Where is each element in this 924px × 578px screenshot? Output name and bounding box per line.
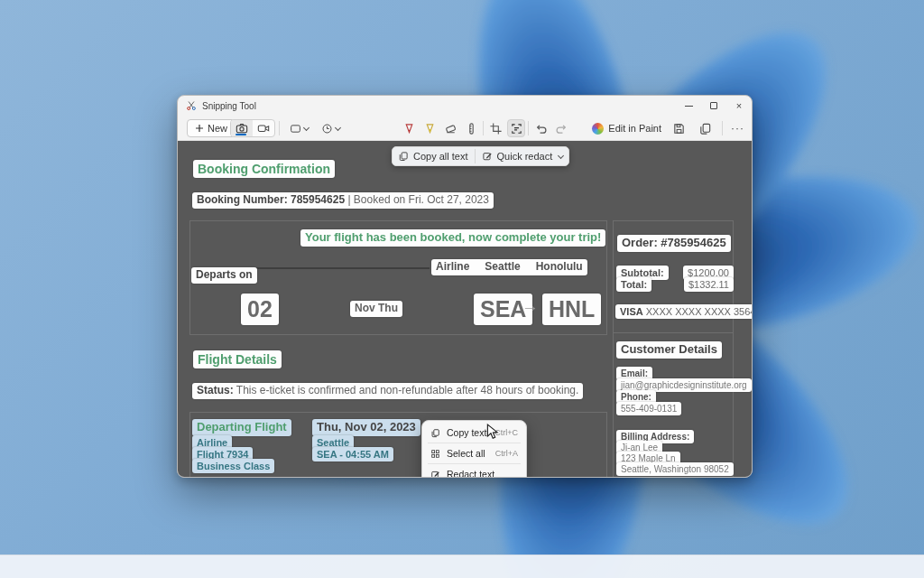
copy-icon xyxy=(398,151,409,162)
toolbar-separator xyxy=(722,121,723,135)
titlebar[interactable]: Snipping Tool × xyxy=(178,96,752,116)
annotation-tools xyxy=(400,119,570,137)
toolbar-separator xyxy=(528,121,529,135)
chevron-down-icon[interactable] xyxy=(558,152,564,158)
toolbar-separator xyxy=(475,149,476,163)
menu-separator xyxy=(428,463,521,464)
plus-icon xyxy=(195,124,204,133)
eraser-icon xyxy=(444,122,457,135)
ocr-route-header[interactable]: AirlineSeattleHonolulu xyxy=(431,259,587,275)
snip-canvas: Booking Confirmation Booking Number: 785… xyxy=(178,141,753,478)
text-actions-icon xyxy=(510,122,523,135)
menu-item-select-all[interactable]: Select all Ctrl+A xyxy=(422,444,526,462)
ocr-departing-time[interactable]: SEA - 04:55 AM xyxy=(312,447,393,461)
ocr-order-title[interactable]: Order: #785954625 xyxy=(617,235,731,252)
window-title: Snipping Tool xyxy=(202,101,256,111)
ocr-page-title[interactable]: Booking Confirmation xyxy=(193,160,335,178)
redo-icon xyxy=(555,122,568,135)
ocr-section-title[interactable]: Flight Details xyxy=(193,350,282,368)
ocr-day-label[interactable]: Nov Thu xyxy=(350,301,402,317)
ocr-departing-date[interactable]: Thu, Nov 02, 2023 xyxy=(312,419,420,436)
copy-all-text-button[interactable]: Copy all text xyxy=(398,151,468,162)
ocr-departs-on[interactable]: Departs on xyxy=(191,267,257,284)
video-camera-icon xyxy=(257,122,270,135)
text-actions-button[interactable] xyxy=(507,119,525,137)
crop-icon xyxy=(489,122,503,135)
ocr-to-code[interactable]: HNL xyxy=(542,294,601,325)
video-mode-button[interactable] xyxy=(253,120,274,136)
ocr-departing-cabin[interactable]: Business Class xyxy=(192,459,274,473)
ocr-day[interactable]: 02 xyxy=(241,294,279,325)
panel-divider xyxy=(613,332,734,333)
edit-in-paint-button[interactable]: Edit in Paint xyxy=(592,123,661,135)
ocr-departing-title[interactable]: Departing Flight xyxy=(192,419,291,436)
redo-button[interactable] xyxy=(552,119,570,137)
new-snip-button[interactable]: New xyxy=(187,119,236,137)
see-more-button[interactable]: ··· xyxy=(731,122,744,135)
ruler-button[interactable] xyxy=(462,119,480,137)
ocr-status-line[interactable]: Status: This e-ticket is confirmed and n… xyxy=(192,383,583,399)
eraser-button[interactable] xyxy=(441,119,459,137)
highlighter-icon xyxy=(423,122,437,135)
camera-icon xyxy=(236,122,248,135)
save-button[interactable] xyxy=(670,119,688,137)
quick-redact-button[interactable]: Quick redact xyxy=(482,151,553,162)
maximize-button[interactable] xyxy=(701,96,726,116)
ocr-phone-value[interactable]: 555-409-0131 xyxy=(616,402,681,415)
copy-icon xyxy=(430,428,440,438)
copy-button[interactable] xyxy=(696,119,714,137)
redact-icon xyxy=(482,151,493,162)
paint-app-icon xyxy=(592,123,604,135)
ballpoint-pen-button[interactable] xyxy=(400,119,418,137)
ocr-billing-city[interactable]: Seattle, Washington 98052 xyxy=(616,462,734,476)
toolbar-separator xyxy=(483,121,484,135)
rectangle-shape-icon xyxy=(290,123,301,135)
ocr-total-label[interactable]: Total: xyxy=(616,277,651,292)
ocr-customer-title[interactable]: Customer Details xyxy=(616,341,722,359)
toolbar: New xyxy=(178,116,752,141)
snipping-tool-window: Snipping Tool × New xyxy=(177,95,753,478)
menu-separator xyxy=(428,443,521,443)
undo-button[interactable] xyxy=(531,119,550,137)
ocr-booking-line[interactable]: Booking Number: 785954625 | Booked on Fr… xyxy=(192,192,494,209)
close-button[interactable]: × xyxy=(726,96,752,116)
ruler-icon xyxy=(465,122,478,135)
taskbar: 78°F Sunny Search xyxy=(0,555,924,578)
redact-icon xyxy=(430,470,440,479)
toolbar-right: Edit in Paint ··· xyxy=(592,119,744,137)
red-pen-icon xyxy=(402,122,416,135)
menu-item-redact-text[interactable]: Redact text xyxy=(422,465,526,478)
save-icon xyxy=(672,122,686,135)
ocr-banner[interactable]: Your flight has been booked, now complet… xyxy=(300,229,605,247)
text-actions-bar: Copy all text Quick redact xyxy=(392,146,569,166)
select-all-icon xyxy=(430,449,440,459)
highlighter-button[interactable] xyxy=(420,119,439,137)
clock-icon xyxy=(321,123,333,135)
context-menu: Copy text Ctrl+C Select all Ctrl+A Redac… xyxy=(421,420,527,478)
chevron-down-icon xyxy=(303,124,310,130)
desktop: Snipping Tool × New xyxy=(0,0,924,578)
chevron-down-icon xyxy=(335,124,341,130)
capture-mode-group xyxy=(230,119,275,137)
mouse-cursor xyxy=(486,424,499,440)
snip-shape-dropdown[interactable] xyxy=(286,119,312,137)
copy-icon xyxy=(698,122,712,135)
menu-item-copy-text[interactable]: Copy text Ctrl+C xyxy=(422,424,526,442)
snipping-tool-app-icon xyxy=(186,100,197,111)
minimize-button[interactable] xyxy=(676,96,701,116)
toolbar-separator xyxy=(279,121,280,135)
delay-dropdown[interactable] xyxy=(318,119,344,137)
crop-button[interactable] xyxy=(486,119,504,137)
ocr-total-value[interactable]: $1332.11 xyxy=(684,277,734,292)
ocr-card-line[interactable]: VISA XXXX XXXX XXXX 3564 xyxy=(615,304,753,319)
route-arrow-icon: → xyxy=(522,296,539,316)
undo-icon xyxy=(534,122,548,135)
screenshot-mode-button[interactable] xyxy=(231,120,253,136)
